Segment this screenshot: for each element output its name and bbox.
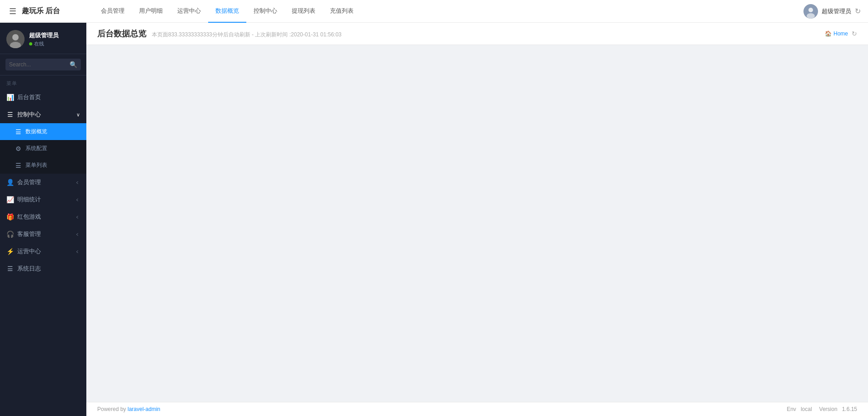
dashboard-icon: 📊 [6,94,14,101]
sidebar-item-menu-list[interactable]: ☰ 菜单列表 [0,157,86,174]
sidebar: 超级管理员 在线 🔍 菜单 📊 后台首页 ☰ 控制中心 ∨ [0,23,86,416]
sidebar-item-data-overview[interactable]: ☰ 数据概览 [0,123,86,140]
sidebar-item-red-packet[interactable]: 🎁 红包游戏 ﹤ [0,208,86,226]
ops-center-arrow: ﹤ [75,248,80,255]
sidebar-item-system-config[interactable]: ⚙ 系统配置 [0,140,86,157]
footer-right: Env local Version 1.6.15 [787,406,857,412]
sidebar-item-ops-center[interactable]: ⚡ 运营中心 ﹤ [0,243,86,260]
page-refresh-icon[interactable]: ↻ [852,30,857,37]
user-avatar-top [803,4,818,19]
search-input[interactable] [9,61,67,68]
home-link-label: Home [833,30,848,37]
top-nav-link-user-detail[interactable]: 用户明细 [132,0,170,23]
footer-version-label: Version [819,406,838,412]
top-nav-link-member-mgmt[interactable]: 会员管理 [94,0,132,23]
footer-link[interactable]: laravel-admin [128,406,160,412]
data-overview-icon: ☰ [15,128,22,135]
page-header: 后台数据总览 本页面833.33333333333分钟后自动刷新 - 上次刷新时… [86,23,868,45]
sidebar-user-section: 超级管理员 在线 [0,23,86,54]
sidebar-item-customer-service[interactable]: 🎧 客服管理 ﹤ [0,226,86,243]
sidebar-item-label-dashboard: 后台首页 [17,93,80,101]
sidebar-avatar [6,30,25,48]
red-packet-arrow: ﹤ [75,214,80,221]
main-content: 后台数据总览 本页面833.33333333333分钟后自动刷新 - 上次刷新时… [86,23,868,416]
control-center-submenu: ☰ 数据概览 ⚙ 系统配置 ☰ 菜单列表 [0,123,86,174]
refresh-icon[interactable]: ↻ [855,7,861,15]
sidebar-status: 在线 [29,40,59,47]
member-mgmt-icon: 👤 [6,179,14,186]
home-link[interactable]: 🏠 Home [825,30,848,37]
sidebar-search-section: 🔍 [0,54,86,75]
status-text: 在线 [34,40,44,47]
sidebar-item-label-red-packet: 红包游戏 [17,213,71,221]
sidebar-username: 超级管理员 [29,31,59,40]
brand-title: 趣玩乐 后台 [22,6,60,16]
page-body [86,45,868,402]
top-nav-link-ops-center[interactable]: 运营中心 [170,0,208,23]
footer-version-value: 1.6.15 [842,406,857,412]
hamburger-button[interactable]: ☰ [7,5,18,18]
sidebar-item-label-member-mgmt: 会员管理 [17,178,71,186]
page-header-right: 🏠 Home ↻ [825,30,857,37]
sidebar-item-label-customer-service: 客服管理 [17,230,71,238]
sidebar-item-label-detail-stats: 明细统计 [17,195,71,204]
footer-left: Powered by laravel-admin [97,406,160,412]
top-nav-link-data-overview[interactable]: 数据概览 [208,0,246,23]
username-top: 超级管理员 [822,7,851,15]
system-log-icon: ☰ [6,265,14,272]
top-nav-right: 超级管理员 ↻ [803,4,861,19]
control-center-arrow: ∨ [76,112,80,118]
footer-powered-by: Powered by [97,406,126,412]
page-header-left: 后台数据总览 本页面833.33333333333分钟后自动刷新 - 上次刷新时… [97,28,342,39]
footer-env-label: Env [787,406,796,412]
search-icon-button[interactable]: 🔍 [70,61,77,68]
sidebar-item-label-data-overview: 数据概览 [25,128,80,135]
system-config-icon: ⚙ [15,145,22,152]
page-subtitle: 本页面833.33333333333分钟后自动刷新 - 上次刷新时间 :2020… [152,31,342,39]
control-center-icon: ☰ [6,111,14,118]
search-input-wrap: 🔍 [5,59,81,70]
sidebar-item-label-ops-center: 运营中心 [17,247,71,256]
detail-stats-icon: 📈 [6,196,14,203]
status-dot [29,42,32,45]
menu-list-icon: ☰ [15,162,22,169]
sidebar-item-control-center[interactable]: ☰ 控制中心 ∨ [0,106,86,123]
sidebar-item-label-menu-list: 菜单列表 [25,161,80,169]
footer-env-value: local [801,406,812,412]
top-navigation: ☰ 趣玩乐 后台 会员管理用户明细运营中心数据概览控制中心提现列表充值列表 超级… [0,0,868,23]
sidebar-section-label: 菜单 [0,75,86,89]
member-mgmt-arrow: ﹤ [75,179,80,186]
sidebar-item-member-mgmt[interactable]: 👤 会员管理 ﹤ [0,174,86,191]
footer: Powered by laravel-admin Env local Versi… [86,402,868,416]
svg-point-1 [808,8,813,12]
red-packet-icon: 🎁 [6,213,14,221]
top-nav-link-control-center[interactable]: 控制中心 [246,0,284,23]
page-title: 后台数据总览 [97,28,146,39]
brand-area: ☰ 趣玩乐 后台 [7,5,94,18]
ops-center-icon: ⚡ [6,248,14,255]
detail-stats-arrow: ﹤ [75,196,80,203]
sidebar-item-system-log[interactable]: ☰ 系统日志 [0,260,86,277]
footer-env: Env local [787,406,812,412]
top-nav-link-recharge-list[interactable]: 充值列表 [323,0,361,23]
body-area: 超级管理员 在线 🔍 菜单 📊 后台首页 ☰ 控制中心 ∨ [0,23,868,416]
sidebar-item-label-system-log: 系统日志 [17,265,80,273]
sidebar-item-label-control-center: 控制中心 [17,110,73,119]
sidebar-item-label-system-config: 系统配置 [25,145,80,152]
top-nav-links: 会员管理用户明细运营中心数据概览控制中心提现列表充值列表 [94,0,803,23]
sidebar-item-detail-stats[interactable]: 📈 明细统计 ﹤ [0,191,86,208]
home-icon: 🏠 [825,30,832,37]
footer-version: Version 1.6.15 [819,406,857,412]
sidebar-item-dashboard[interactable]: 📊 后台首页 [0,89,86,106]
sidebar-user-info: 超级管理员 在线 [29,31,59,47]
svg-point-4 [12,34,19,40]
customer-service-arrow: ﹤ [75,231,80,238]
customer-service-icon: 🎧 [6,231,14,238]
svg-point-2 [807,13,815,19]
top-nav-link-withdrawal-list[interactable]: 提现列表 [284,0,323,23]
